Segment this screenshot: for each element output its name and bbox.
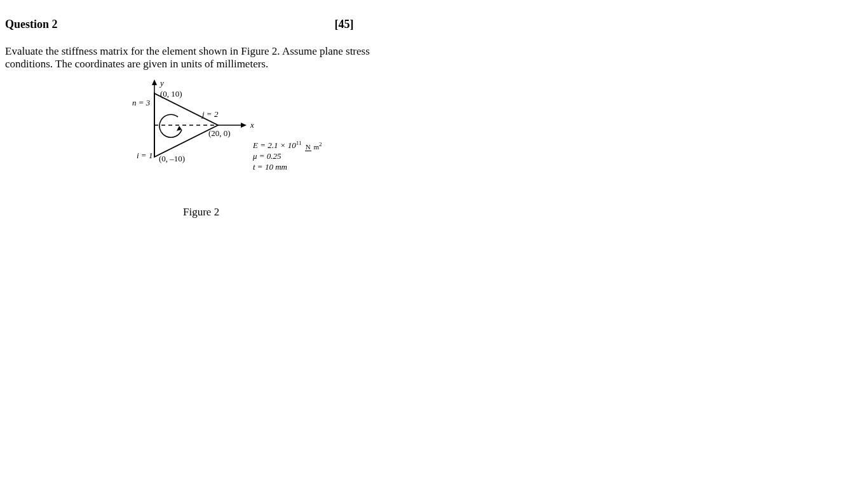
figure-area: y x (0, 10) n = 3 j = 2 (20, 0) i = 1 (0… <box>107 78 488 205</box>
x-axis-arrow-icon <box>241 123 247 128</box>
node-i-label: i = 1 <box>137 151 153 161</box>
node-n-label: n = 3 <box>132 98 150 108</box>
figure-caption: Figure 2 <box>183 206 863 219</box>
coord-top: (0, 10) <box>160 89 182 98</box>
node-j-label: j = 2 <box>202 109 218 119</box>
coord-right: (20, 0) <box>208 128 231 138</box>
param-mu: μ = 0.25 <box>253 151 322 162</box>
ccw-arrow-icon <box>177 126 182 131</box>
body-line-1: Evaluate the stiffness matrix for the el… <box>5 45 501 58</box>
body-line-2: conditions. The coordinates are given in… <box>5 58 501 71</box>
page: Question 2 [45] Evaluate the stiffness m… <box>0 0 868 224</box>
param-E: E = 2.1 × 1011 N m2 <box>253 140 322 151</box>
y-axis-label: y <box>160 78 164 88</box>
question-header: Question 2 [45] <box>5 18 863 31</box>
param-t: t = 10 mm <box>253 162 322 173</box>
question-title: Question 2 <box>5 18 58 31</box>
question-body: Evaluate the stiffness matrix for the el… <box>5 45 501 71</box>
question-marks: [45] <box>335 18 354 31</box>
ccw-arc <box>159 114 182 137</box>
y-axis-arrow-icon <box>152 79 157 85</box>
figure-parameters: E = 2.1 × 1011 N m2 μ = 0.25 t = 10 mm <box>253 140 322 173</box>
x-axis-label: x <box>250 120 254 130</box>
figure-svg <box>107 78 272 186</box>
coord-bottom: (0, –10) <box>159 154 185 163</box>
